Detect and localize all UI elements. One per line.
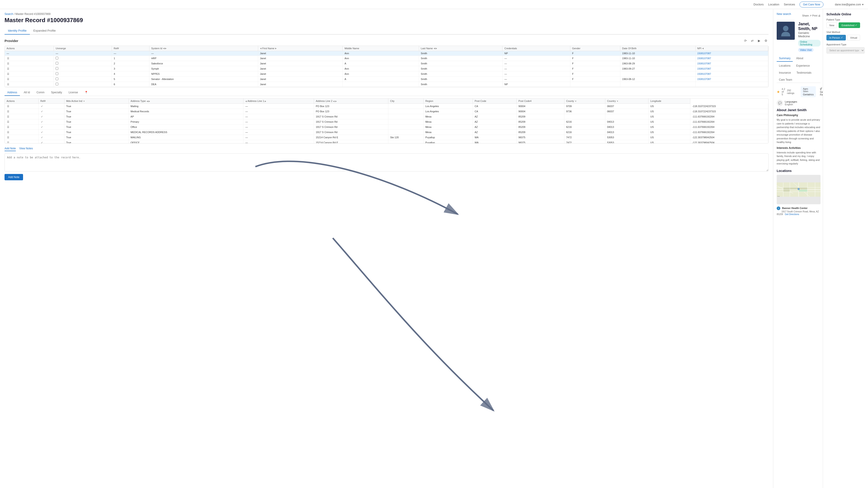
provider-header-row: — — — — Janet Ann Smith NP F 1983-11-10 …	[5, 51, 768, 56]
row-check-icon[interactable]: ✓	[40, 141, 43, 143]
row-checkbox[interactable]	[56, 72, 58, 75]
main-tabs: Identity Profile Expanded Profile	[4, 27, 769, 35]
get-directions-link[interactable]: Get Directions	[785, 213, 799, 216]
table-row: ☰ ✓ True Primary — 1917 S Crimson Rd Mes…	[5, 119, 768, 125]
provider-specialty: Geriatric Medicine	[798, 31, 820, 38]
established-patient-button[interactable]: Established✓	[839, 22, 860, 28]
profile-tab-summary[interactable]: Summary	[777, 55, 793, 62]
table-row: ☰ ✓ True OFFICE — 15214 Canyon Rd E Puya…	[5, 140, 768, 144]
sub-tab-comm[interactable]: Comm	[34, 90, 47, 96]
badge-online-scheduling[interactable]: Online Scheduling	[798, 40, 820, 46]
badge-video-visit[interactable]: Video Visit	[798, 48, 813, 52]
sub-tab-alt-id[interactable]: Alt Id	[21, 90, 33, 96]
row-menu-icon[interactable]: ☰	[6, 120, 10, 123]
doctors-link[interactable]: Doctors	[754, 3, 764, 6]
interests-label: Interests Activities	[777, 147, 820, 150]
svg-text:Google: Google	[777, 196, 780, 197]
svg-point-18	[798, 188, 799, 189]
services-link[interactable]: Services	[784, 3, 795, 6]
row-check-icon[interactable]: ✓	[40, 125, 43, 129]
locations-title: Locations	[777, 169, 820, 173]
location-name: Banner Health Center	[782, 207, 807, 209]
gender-icon: ⚥	[820, 88, 822, 90]
provider-info: Janet, Smith, NP Geriatric Medicine Onli…	[798, 22, 820, 52]
sub-tab-specialty[interactable]: Specialty	[49, 90, 65, 96]
play-icon[interactable]: ▶	[756, 38, 762, 43]
row-menu-icon[interactable]: ☰	[6, 57, 10, 60]
row-checkbox[interactable]	[56, 67, 58, 70]
profile-tab-testimonials[interactable]: Testimonials	[794, 70, 814, 76]
profile-tab-about[interactable]: About	[794, 55, 805, 62]
row-menu-icon[interactable]: ☰	[6, 125, 10, 129]
row-check-icon[interactable]: ✓	[40, 115, 43, 118]
sub-tab-pin[interactable]: 📍	[82, 90, 91, 96]
languages-value: English	[785, 103, 797, 106]
row-menu-icon[interactable]: ☰	[6, 136, 10, 139]
appointment-type-select[interactable]: Select an appointment type	[827, 47, 865, 54]
add-note-tab[interactable]: Add Note	[4, 147, 16, 151]
row-menu-icon[interactable]: ☰	[6, 83, 10, 86]
row-menu-icon[interactable]: ☰	[6, 72, 10, 75]
table-row: ☰ ✓ True Mailing — PO Box 123 Los Angele…	[5, 104, 768, 109]
profile-tab-experience[interactable]: Experience	[794, 63, 812, 69]
row-menu-icon[interactable]: ☰	[6, 62, 10, 65]
new-search-link[interactable]: New search	[777, 12, 791, 15]
add-note-button[interactable]: Add Note	[4, 174, 23, 180]
row-checkbox[interactable]	[56, 77, 58, 80]
top-navigation: Doctors Location Services Get Care Now d…	[0, 0, 868, 9]
row-check-icon[interactable]: ✓	[40, 136, 43, 139]
new-patient-button[interactable]: New	[827, 22, 837, 28]
notes-textarea[interactable]	[4, 153, 769, 171]
location-link[interactable]: Location	[768, 3, 779, 6]
row-menu-icon[interactable]: ☰	[6, 131, 10, 134]
get-care-button[interactable]: Get Care Now	[800, 2, 824, 7]
merge-icon[interactable]: ⇄	[749, 38, 755, 43]
table-row: ☰ ✓ True MAILING — 15214 Canyon Rd E Ste…	[5, 135, 768, 140]
col-system-id: System Id◀ ▶	[149, 46, 258, 51]
address-sub-tabs: Address Alt Id Comm Specialty License 📍	[4, 90, 769, 96]
col-actions: Actions	[5, 46, 54, 51]
profile-tab-locations[interactable]: Locations	[777, 63, 793, 69]
chevron-down-icon: ▾	[862, 3, 864, 6]
in-person-button[interactable]: In Person✓	[827, 35, 846, 40]
locations-section: Locations	[777, 169, 820, 216]
row-menu-icon[interactable]: ☰	[6, 115, 10, 118]
provider-name: Janet, Smith, NP	[798, 22, 820, 31]
tab-identity-profile[interactable]: Identity Profile	[4, 27, 30, 35]
profile-tab-care-team[interactable]: Care Team	[777, 77, 794, 83]
user-menu[interactable]: dane.low@gaine.com ▾	[835, 3, 864, 6]
row-menu-icon[interactable]: ☰	[6, 67, 10, 70]
location-number: 1	[777, 206, 780, 210]
row-check-icon[interactable]: ✓	[40, 110, 43, 113]
col-ref: Ref#	[112, 46, 149, 51]
view-notes-tab[interactable]: View Notes	[19, 147, 33, 151]
col-credentials: Credentials	[502, 46, 570, 51]
table-row: ☰ 2 Salesforce Janet A Smith — F 1963-08…	[5, 61, 768, 66]
refresh-icon[interactable]: ⟳	[743, 38, 748, 43]
virtual-button[interactable]: Virtual	[847, 35, 860, 40]
table-row: ☰ 1 HRP Janet Ann Smith — F 1983-11-10 1…	[5, 56, 768, 61]
row-menu-icon[interactable]: ☰	[6, 77, 10, 80]
table-row: ☰ ✓ True MEDICAL RECORDS ADDRESS — 1917 …	[5, 130, 768, 135]
breadcrumb: Search / Master Record #1000937869	[4, 12, 769, 15]
sub-tab-license[interactable]: License	[66, 90, 81, 96]
row-check-icon[interactable]: ✓	[40, 105, 43, 108]
row-check-icon[interactable]: ✓	[40, 120, 43, 123]
row-checkbox[interactable]	[56, 57, 58, 59]
breadcrumb-record: Master Record #1000937869	[16, 12, 51, 15]
row-menu-icon[interactable]: ☰	[6, 105, 10, 108]
svg-point-0	[783, 26, 788, 31]
settings-icon[interactable]: ⚙	[763, 38, 769, 43]
profile-tab-insurance[interactable]: Insurance	[777, 70, 793, 76]
col-first-name: ◀First Name▶	[258, 46, 342, 51]
row-menu-icon[interactable]: ☰	[6, 141, 10, 143]
sub-tab-address[interactable]: Address	[4, 90, 20, 96]
row-checkbox[interactable]	[56, 83, 58, 86]
row-menu-icon[interactable]: ☰	[6, 110, 10, 113]
row-check-icon[interactable]: ✓	[40, 131, 43, 134]
provider-table: Actions Unmerge Ref# System Id◀ ▶ ◀First…	[5, 46, 768, 87]
row-checkbox[interactable]	[56, 62, 58, 65]
breadcrumb-search[interactable]: Search	[4, 12, 13, 15]
tab-expanded-profile[interactable]: Expanded Profile	[30, 27, 59, 35]
ages-box: Ages Seen Geriatrics	[801, 86, 816, 97]
